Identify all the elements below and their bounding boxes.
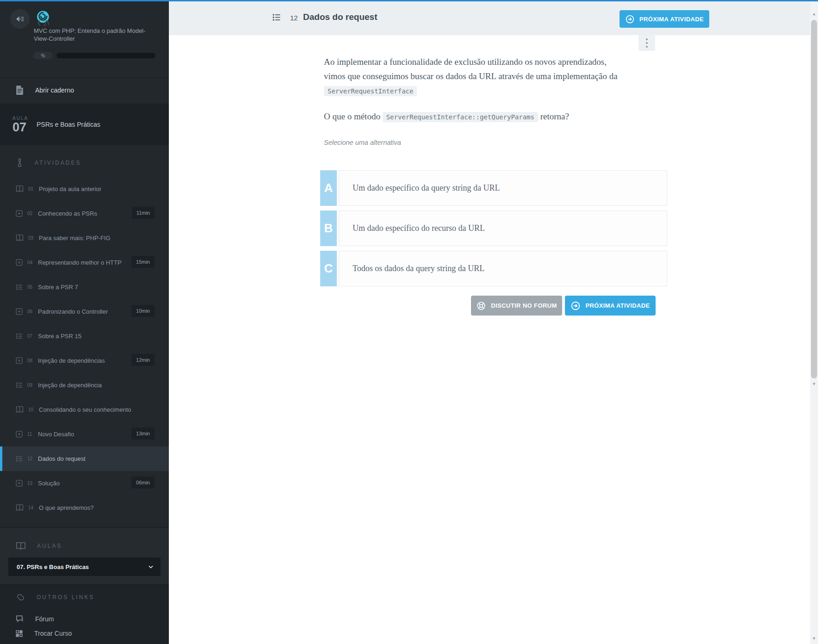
activity-item-number: 14 [28, 505, 36, 510]
open-notebook-label: Abrir caderno [35, 87, 74, 94]
activity-number: 12 [290, 14, 298, 22]
activity-item-label: Solução [38, 480, 60, 487]
next-activity-button-bottom[interactable]: PRÓXIMA ATIVIDADE [565, 296, 656, 316]
scroll-down-arrow-icon-bottom[interactable]: ▼ [811, 636, 817, 641]
forum-label: Fórum [35, 615, 54, 623]
activity-item-number: 01 [28, 186, 36, 192]
book-icon [15, 504, 24, 512]
activity-item-number: 13 [27, 481, 35, 486]
scrollbar-thumb[interactable] [811, 20, 817, 378]
activity-item-label: Conhecendo as PSRs [38, 210, 97, 217]
forum-link[interactable]: Fórum [0, 612, 169, 626]
option-text: Todos os dados da query string da URL [353, 264, 484, 273]
next-activity-button-top[interactable]: PRÓXIMA ATIVIDADE [620, 10, 709, 28]
sidebar-activity-item[interactable]: 06 Padronizando o Controller 10min [0, 299, 169, 324]
activity-duration-badge: 06min [131, 477, 155, 489]
other-links-header: OUTROS LINKS [0, 590, 169, 605]
lifebuoy-icon [476, 301, 486, 311]
course-title: MVC com PHP: Entenda o padrão Model-View… [34, 27, 149, 43]
progress-percent-badge: % [33, 52, 53, 59]
sidebar-activity-item[interactable]: 09 Injeção de dependência [0, 373, 169, 397]
vertical-scrollbar[interactable]: ▲ ▼ ▼ [810, 1, 818, 644]
activity-item-label: Para saber mais: PHP-FIG [39, 235, 111, 242]
open-notebook-button[interactable]: Abrir caderno [0, 78, 169, 102]
arrow-right-circle-icon [625, 14, 635, 24]
activity-item-number: 03 [28, 235, 36, 241]
video-icon [15, 357, 23, 365]
discuss-forum-label: DISCUTIR NO FORUM [491, 302, 557, 309]
activity-item-label: Representando melhor o HTTP [38, 259, 122, 266]
video-icon [15, 259, 23, 266]
activity-header: 12 Dados do request PRÓXIMA ATIVIDADE [169, 1, 810, 35]
question-sentence: O que o método ServerRequestInterface::g… [324, 111, 648, 122]
activities-section-label: ATIVIDADES [35, 160, 81, 166]
book-icon [15, 234, 24, 242]
activity-item-label: Injeção de dependências [38, 357, 105, 364]
video-icon [15, 210, 23, 217]
question-text: Ao implementar a funcionalidade de exclu… [324, 57, 618, 81]
flask-icon [16, 158, 24, 168]
activity-item-number: 05 [27, 285, 35, 290]
sidebar-activity-item[interactable]: 03 Para saber mais: PHP-FIG [0, 226, 169, 250]
list-icon [15, 283, 23, 291]
activity-item-label: O que aprendemos? [39, 504, 94, 511]
select-alternative-hint: Selecione uma alternativa [324, 139, 401, 146]
activity-item-label: Padronizando o Controller [38, 308, 108, 315]
scroll-down-arrow-icon[interactable]: ▼ [811, 382, 817, 386]
notebook-icon [15, 85, 24, 95]
lesson-word: AULA [12, 116, 34, 121]
sidebar-activity-item[interactable]: 14 O que aprendemos? [0, 495, 169, 520]
arrow-right-circle-icon [570, 301, 581, 311]
activities-section-header: ATIVIDADES [0, 154, 169, 172]
sidebar-activity-item[interactable]: 02 Conhecendo as PSRs 11min [0, 201, 169, 226]
open-book-icon [16, 541, 26, 551]
activity-duration-badge: 12min [131, 354, 155, 366]
activity-item-label: Novo Desafio [38, 431, 74, 438]
sidebar-activity-item[interactable]: 01 Projeto da aula anterior [0, 177, 169, 201]
code-span: ServerRequestInterface [324, 86, 417, 96]
sidebar-activity-item[interactable]: 10 Consolidando o seu conhecimento [0, 397, 169, 422]
sidebar-activity-item[interactable]: 07 Sobre a PSR 15 [0, 324, 169, 348]
current-lesson-banner: AULA 07 PSRs e Boas Práticas [0, 104, 169, 145]
activity-item-label: Sobre a PSR 15 [38, 333, 81, 340]
activity-item-number: 12 [27, 456, 35, 461]
sidebar-collapse-button[interactable] [10, 9, 30, 29]
option-letter-badge: A [320, 170, 337, 206]
lesson-select-dropdown[interactable]: 07. PSRs e Boas Práticas [8, 557, 161, 576]
discuss-forum-button[interactable]: DISCUTIR NO FORUM [471, 296, 562, 316]
switch-course-link[interactable]: Trocar Curso [0, 626, 169, 641]
video-icon [15, 430, 23, 438]
app-window: MVC com PHP: Entenda o padrão Model-View… [0, 0, 818, 644]
video-icon [15, 479, 23, 487]
code-span-method: ServerRequestInterface::getQueryParams [383, 112, 538, 122]
sidebar-activity-item[interactable]: 13 Solução 06min [0, 471, 169, 495]
sidebar-activity-item[interactable]: 11 Novo Desafio 13min [0, 422, 169, 446]
answer-option-c[interactable]: C Todos os dados da query string da URL [320, 251, 667, 286]
answer-option-b[interactable]: B Um dado específico do recurso da URL [320, 211, 667, 246]
option-letter-badge: B [320, 211, 337, 246]
scroll-up-arrow-icon[interactable]: ▲ [811, 12, 817, 16]
activity-item-label: Sobre a PSR 7 [38, 284, 78, 291]
sidebar-activity-item[interactable]: 05 Sobre a PSR 7 [0, 275, 169, 299]
sidebar-activity-item[interactable]: 04 Representando melhor o HTTP 15min [0, 250, 169, 275]
activity-item-label: Dados do request [38, 455, 86, 462]
list-icon [15, 332, 23, 340]
course-logo-icon [32, 8, 53, 29]
next-activity-label-bottom: PRÓXIMA ATIVIDADE [585, 302, 650, 309]
links-icon [16, 593, 25, 602]
lesson-number: 07 [12, 121, 34, 134]
option-text: Um dado específico do recurso da URL [353, 223, 485, 233]
activity-item-number: 09 [27, 383, 35, 388]
more-options-button[interactable] [638, 35, 655, 51]
activity-item-number: 06 [27, 309, 35, 314]
question-paragraph: Ao implementar a funcionalidade de exclu… [324, 55, 629, 99]
activity-item-number: 10 [28, 407, 36, 412]
answer-option-a[interactable]: A Um dado específico da query string da … [320, 170, 667, 206]
sidebar-activity-item[interactable]: 08 Injeção de dependências 12min [0, 348, 169, 373]
activity-duration-badge: 11min [132, 207, 155, 219]
activity-title: Dados do request [303, 12, 377, 22]
book-icon [15, 185, 24, 193]
sidebar-activity-item[interactable]: 12 Dados do request [0, 446, 169, 471]
activity-item-number: 11 [27, 432, 35, 437]
activity-duration-badge: 13min [131, 427, 155, 440]
